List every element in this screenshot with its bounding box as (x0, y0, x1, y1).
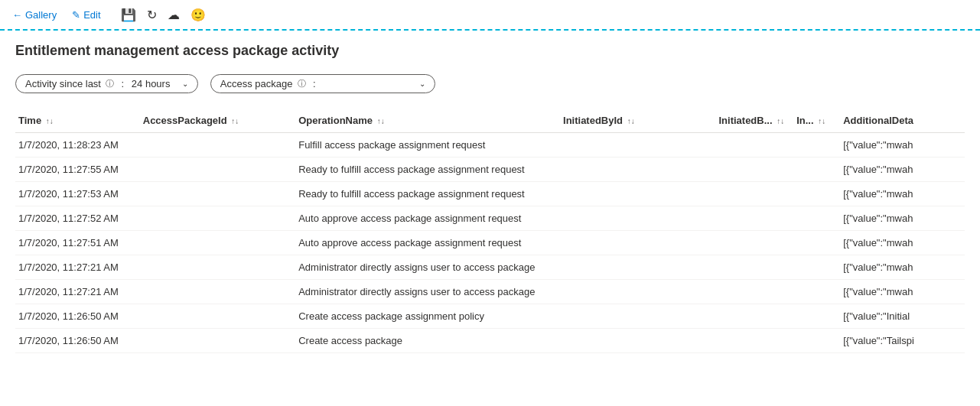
emoji-icon[interactable]: 🙂 (190, 8, 206, 22)
initbyid-cell (560, 182, 715, 206)
gallery-label: Gallery (25, 9, 57, 21)
table-row: 1/7/2020, 11:27:55 AMReady to fulfill ac… (15, 158, 965, 182)
page-title: Entitlement management access package ac… (15, 43, 965, 59)
col-addldata-label: AdditionalDeta (843, 115, 913, 126)
data-table: Time ↑↓ AccessPackageId ↑↓ OperationName… (15, 109, 965, 353)
in-cell (793, 206, 840, 231)
initbyid-cell (560, 206, 715, 231)
addldata-cell: [{"value":"Tailspi (840, 329, 965, 353)
opname-cell: Create access package (295, 329, 560, 353)
in-cell (793, 329, 840, 353)
col-initbyid-label: InitiatedById (563, 115, 623, 126)
activity-filter-label: Activity since last (25, 78, 101, 89)
initiatedb-cell (715, 280, 793, 304)
col-in-label: In... (796, 115, 813, 126)
initiatedb-cell (715, 255, 793, 280)
opname-cell: Ready to fulfill access package assignme… (295, 182, 560, 206)
table-row: 1/7/2020, 11:27:52 AMAuto approve access… (15, 206, 965, 231)
sort-icon-initiatedb: ↑↓ (777, 117, 784, 125)
in-cell (793, 231, 840, 255)
col-header-initiatedb[interactable]: InitiatedB... ↑↓ (715, 109, 793, 133)
opname-cell: Fulfill access package assignment reques… (295, 133, 560, 158)
toolbar-icons: 💾 ↻ ☁ 🙂 (121, 8, 206, 22)
initbyid-cell (560, 231, 715, 255)
opname-cell: Auto approve access package assignment r… (295, 231, 560, 255)
time-cell: 1/7/2020, 11:27:55 AM (15, 158, 140, 182)
addldata-cell: [{"value":"mwah (840, 133, 965, 158)
table-row: 1/7/2020, 11:27:21 AMAdministrator direc… (15, 255, 965, 280)
initbyid-cell (560, 133, 715, 158)
table-row: 1/7/2020, 11:28:23 AMFulfill access pack… (15, 133, 965, 158)
addldata-cell: [{"value":"mwah (840, 182, 965, 206)
edit-button[interactable]: ✎ Edit (69, 8, 103, 22)
col-pkgid-label: AccessPackageId (143, 115, 227, 126)
pkgid-cell (140, 182, 295, 206)
initiatedb-cell (715, 182, 793, 206)
toolbar: ← Gallery ✎ Edit 💾 ↻ ☁ 🙂 (0, 0, 980, 31)
table-row: 1/7/2020, 11:27:53 AMReady to fulfill ac… (15, 182, 965, 206)
sort-icon-in: ↑↓ (818, 117, 825, 125)
col-time-label: Time (18, 115, 41, 126)
initiatedb-cell (715, 231, 793, 255)
gallery-back-button[interactable]: ← Gallery (9, 8, 60, 22)
access-package-filter-value (323, 78, 415, 89)
initiatedb-cell (715, 158, 793, 182)
table-body: 1/7/2020, 11:28:23 AMFulfill access pack… (15, 133, 965, 353)
addldata-cell: [{"value":"mwah (840, 280, 965, 304)
col-initiatedb-label: InitiatedB... (718, 115, 772, 126)
col-header-opname[interactable]: OperationName ↑↓ (295, 109, 560, 133)
sort-icon-time: ↑↓ (46, 117, 54, 125)
initiatedb-cell (715, 133, 793, 158)
edit-icon: ✎ (72, 9, 80, 21)
pkgid-cell (140, 133, 295, 158)
edit-label: Edit (83, 9, 100, 21)
col-header-initbyid[interactable]: InitiatedById ↑↓ (560, 109, 715, 133)
pkgid-cell (140, 158, 295, 182)
col-header-addldata[interactable]: AdditionalDeta (840, 109, 965, 133)
time-cell: 1/7/2020, 11:28:23 AM (15, 133, 140, 158)
sort-icon-initbyid: ↑↓ (627, 117, 635, 125)
table-row: 1/7/2020, 11:26:50 AMCreate access packa… (15, 304, 965, 329)
time-cell: 1/7/2020, 11:26:50 AM (15, 304, 140, 329)
page-content: Entitlement management access package ac… (0, 31, 980, 365)
access-chevron-icon: ⌄ (419, 80, 425, 88)
col-opname-label: OperationName (298, 115, 373, 126)
save-icon[interactable]: 💾 (121, 8, 136, 22)
sort-icon-opname: ↑↓ (377, 117, 385, 125)
opname-cell: Ready to fulfill access package assignme… (295, 158, 560, 182)
col-header-in[interactable]: In... ↑↓ (793, 109, 840, 133)
pkgid-cell (140, 206, 295, 231)
time-cell: 1/7/2020, 11:26:50 AM (15, 329, 140, 353)
initbyid-cell (560, 329, 715, 353)
initbyid-cell (560, 158, 715, 182)
addldata-cell: [{"value":"mwah (840, 231, 965, 255)
activity-filter-value: 24 hours (132, 78, 177, 89)
addldata-cell: [{"value":"mwah (840, 158, 965, 182)
in-cell (793, 280, 840, 304)
access-package-filter-control[interactable]: Access package ⓘ : ⌄ (210, 74, 436, 93)
header-row: Time ↑↓ AccessPackageId ↑↓ OperationName… (15, 109, 965, 133)
opname-cell: Create access package assignment policy (295, 304, 560, 329)
initbyid-cell (560, 304, 715, 329)
col-header-packageid[interactable]: AccessPackageId ↑↓ (140, 109, 295, 133)
in-cell (793, 158, 840, 182)
initbyid-cell (560, 255, 715, 280)
activity-filter-control[interactable]: Activity since last ⓘ : 24 hours ⌄ (15, 74, 198, 93)
time-cell: 1/7/2020, 11:27:52 AM (15, 206, 140, 231)
time-cell: 1/7/2020, 11:27:53 AM (15, 182, 140, 206)
pkgid-cell (140, 329, 295, 353)
access-package-filter-label: Access package (220, 78, 293, 89)
initbyid-cell (560, 280, 715, 304)
filters-row: Activity since last ⓘ : 24 hours ⌄ Acces… (15, 74, 965, 93)
filter-colon-2: : (311, 78, 319, 89)
table-row: 1/7/2020, 11:26:50 AMCreate access packa… (15, 329, 965, 353)
back-arrow-icon: ← (12, 9, 22, 21)
col-header-time[interactable]: Time ↑↓ (15, 109, 140, 133)
addldata-cell: [{"value":"mwah (840, 206, 965, 231)
opname-cell: Auto approve access package assignment r… (295, 206, 560, 231)
time-cell: 1/7/2020, 11:27:51 AM (15, 231, 140, 255)
addldata-cell: [{"value":"mwah (840, 255, 965, 280)
cloud-icon[interactable]: ☁ (168, 8, 180, 22)
refresh-icon[interactable]: ↻ (147, 8, 157, 22)
pkgid-cell (140, 304, 295, 329)
